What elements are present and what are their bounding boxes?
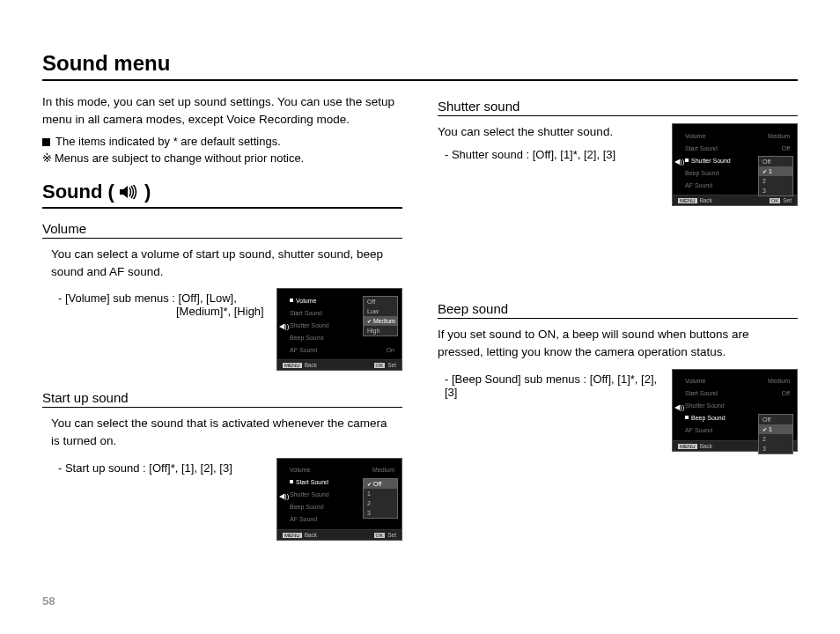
intro-text: In this mode, you can set up sound setti… [42, 93, 402, 129]
mini-dropdown-option: Off [364, 479, 397, 489]
svg-marker-0 [120, 186, 128, 198]
volume-opt-line1: - [Volume] sub menus : [Off], [Low], [58, 291, 264, 305]
default-note: The items indicated by * are default set… [42, 135, 402, 148]
mini-dropdown-option: 3 [759, 186, 792, 195]
speaker-small-icon: ◀)) [279, 492, 289, 500]
mini-back-label: Back [305, 362, 317, 368]
volume-heading: Volume [42, 221, 402, 239]
mini-dropdown-option: Off [364, 297, 397, 306]
square-bullet-icon [42, 138, 50, 146]
mini-menu-value: Medium [768, 133, 790, 139]
mini-menu-row: Start SoundOff [685, 387, 793, 400]
mini-dropdown-option: 1 [759, 424, 792, 434]
startup-options: - Start up sound : [Off]*, [1], [2], [3] [58, 461, 264, 475]
speaker-small-icon: ◀)) [279, 322, 289, 330]
mini-dropdown-option: 3 [759, 444, 792, 453]
mini-menu-label: AF Sound [685, 427, 712, 433]
speaker-small-icon: ◀)) [674, 403, 684, 411]
mini-dropdown-option: Low [364, 306, 397, 316]
page-title: Sound menu [42, 51, 798, 81]
mini-dropdown: OffLowMediumHigh [363, 296, 398, 336]
mini-menu-label: AF Sound [290, 516, 317, 522]
mini-dropdown-option: 1 [759, 166, 792, 176]
mini-menu-label: Shutter Sound [290, 322, 329, 328]
mini-menu-value: Medium [768, 378, 790, 384]
change-notice: ※Menus are subject to change without pri… [42, 151, 402, 165]
mini-menu-label: AF Sound [685, 182, 712, 188]
mini-dropdown: Off123 [363, 478, 398, 519]
mini-dropdown-option: 2 [759, 434, 792, 444]
mini-menu-value: Medium [372, 467, 394, 473]
mini-dropdown-option: 2 [759, 176, 792, 186]
volume-desc: You can select a volume of start up soun… [51, 246, 394, 282]
mini-beep-screenshot: ◀))VolumeMediumStart SoundOffShutter Sou… [672, 369, 798, 452]
mini-menu-row: VolumeMedium [290, 464, 398, 476]
mini-dropdown-option: High [364, 326, 397, 335]
mini-menu-label: Shutter Sound [685, 158, 731, 164]
speaker-small-icon: ◀)) [674, 158, 684, 166]
mini-dropdown-option: Off [759, 157, 792, 166]
mini-menu-btn-icon: MENU [678, 444, 697, 449]
mini-set-label: Set [387, 532, 396, 538]
mini-menu-label: Start Sound [685, 390, 718, 396]
mini-ok-btn-icon: OK [770, 198, 781, 203]
change-notice-text: Menus are subject to change without prio… [55, 151, 304, 165]
mini-dropdown-option: 3 [364, 508, 397, 518]
mini-dropdown-option: Medium [364, 316, 397, 326]
mini-menu-value: Off [782, 145, 790, 151]
mini-dropdown-option: Off [759, 415, 792, 424]
mini-set-label: Set [783, 197, 792, 203]
mini-dropdown: Off123 [758, 414, 793, 454]
mini-menu-btn-icon: MENU [678, 198, 697, 203]
sound-heading: Sound ( ) [42, 181, 402, 209]
beep-desc: If you set sound to ON, a beep will soun… [438, 326, 789, 362]
mini-ok-btn-icon: OK [374, 363, 386, 368]
mini-menu-value: On [387, 347, 394, 353]
mini-menu-label: Start Sound [290, 310, 322, 316]
mini-menu-row: AF SoundOn [290, 343, 398, 356]
mini-dropdown-option: 1 [364, 489, 397, 498]
shutter-desc: You can select the shutter sound. [438, 123, 651, 141]
shutter-options: - Shutter sound : [Off], [1]*, [2], [3] [445, 148, 659, 161]
mini-menu-btn-icon: MENU [283, 363, 302, 368]
mini-dropdown: Off123 [758, 156, 793, 196]
reference-mark-icon: ※ [42, 151, 51, 165]
mini-menu-label: Volume [290, 467, 310, 473]
shutter-heading: Shutter sound [438, 99, 798, 116]
volume-opt-line2: [Medium]*, [High] [58, 305, 264, 318]
mini-back-label: Back [700, 443, 712, 449]
mini-menu-label: Start Sound [290, 479, 328, 485]
page-number: 58 [42, 594, 55, 608]
mini-startup-screenshot: ◀))VolumeMediumStart SoundShutter SoundB… [276, 458, 402, 541]
startup-desc: You can select the sound that is activat… [51, 415, 394, 451]
mini-menu-label: Volume [685, 378, 705, 384]
mini-menu-btn-icon: MENU [283, 533, 302, 538]
default-note-text: The items indicated by * are default set… [55, 135, 281, 148]
mini-ok-btn-icon: OK [374, 533, 386, 538]
mini-menu-row: VolumeMedium [685, 375, 793, 387]
startup-heading: Start up sound [42, 390, 402, 408]
mini-menu-row: Start SoundOff [685, 142, 793, 154]
mini-footer: MENUBackOKSet [277, 359, 402, 370]
mini-menu-row: Shutter Sound [685, 400, 793, 412]
mini-footer: MENUBackOKSet [277, 529, 402, 540]
mini-back-label: Back [700, 197, 712, 203]
mini-menu-row: VolumeMedium [685, 129, 793, 142]
mini-menu-label: AF Sound [290, 347, 317, 353]
mini-volume-screenshot: ◀))VolumeStart SoundShutter SoundBeep So… [276, 288, 402, 371]
mini-menu-label: Volume [685, 133, 705, 139]
mini-menu-label: Beep Sound [290, 504, 324, 510]
volume-options: - [Volume] sub menus : [Off], [Low], [Me… [58, 291, 264, 318]
mini-dropdown-option: 2 [364, 498, 397, 508]
mini-menu-label: Beep Sound [685, 170, 719, 176]
mini-menu-value: Off [782, 390, 790, 396]
mini-set-label: Set [387, 362, 396, 368]
mini-menu-label: Shutter Sound [290, 491, 329, 498]
speaker-icon [120, 184, 139, 200]
mini-menu-label: Start Sound [685, 145, 718, 151]
mini-menu-label: Beep Sound [685, 415, 726, 421]
beep-options: - [Beep Sound] sub menus : [Off], [1]*, … [445, 372, 659, 399]
mini-menu-label: Shutter Sound [685, 402, 725, 409]
mini-shutter-screenshot: ◀))VolumeMediumStart SoundOffShutter Sou… [672, 123, 798, 206]
beep-heading: Beep sound [438, 301, 798, 319]
